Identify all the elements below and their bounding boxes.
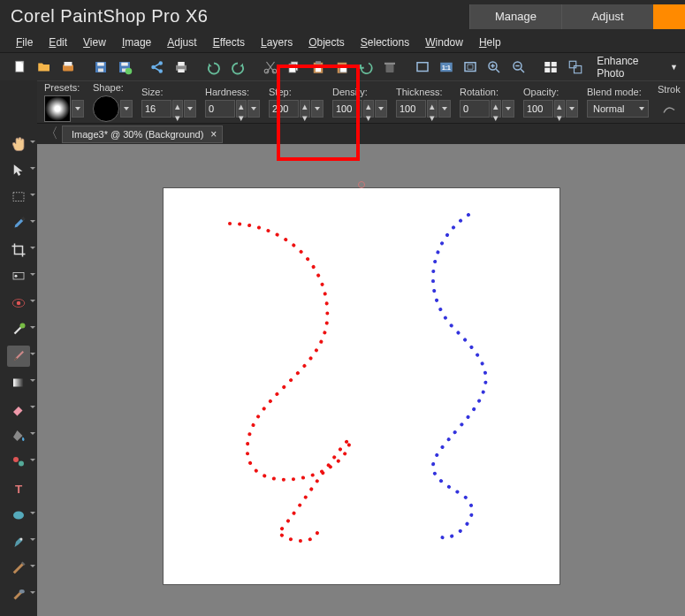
warp-tool[interactable] xyxy=(7,558,30,579)
svg-text:T: T xyxy=(15,483,23,496)
open-icon[interactable] xyxy=(33,56,55,79)
paintbrush-tool[interactable] xyxy=(7,346,30,367)
fullscreen-icon[interactable] xyxy=(412,56,434,79)
thickness-spinner[interactable]: ▴▾ xyxy=(427,100,438,118)
canvas[interactable] xyxy=(164,188,559,584)
undo-history-icon[interactable] xyxy=(355,56,377,79)
copy-icon[interactable] xyxy=(283,56,305,79)
svg-rect-30 xyxy=(465,62,476,71)
workspace-tab-manage[interactable]: Manage xyxy=(469,4,561,29)
straighten-tool[interactable] xyxy=(7,266,30,287)
red-eye-tool[interactable] xyxy=(7,293,30,314)
size-input[interactable] xyxy=(141,100,171,118)
selection-tool[interactable] xyxy=(7,186,30,208)
text-tool[interactable]: T xyxy=(7,478,30,499)
menu-file[interactable]: File xyxy=(9,34,40,50)
zoom-out-icon[interactable] xyxy=(507,56,529,79)
picture-tube-tool[interactable] xyxy=(7,452,30,473)
save-icon[interactable] xyxy=(89,56,111,79)
menu-view[interactable]: View xyxy=(76,34,113,50)
shape-dropdown-icon[interactable] xyxy=(120,100,133,118)
fill-tool[interactable] xyxy=(7,425,30,446)
svg-point-42 xyxy=(15,275,18,278)
oil-brush-tool[interactable] xyxy=(7,584,30,605)
step-dropdown-icon[interactable] xyxy=(311,100,323,118)
menu-layers[interactable]: Layers xyxy=(254,34,300,50)
menu-effects[interactable]: Effects xyxy=(206,34,252,50)
paste-icon[interactable] xyxy=(307,56,329,79)
canvas-artwork xyxy=(164,188,559,584)
undo-icon[interactable] xyxy=(202,56,225,79)
stroke-button[interactable] xyxy=(658,97,681,120)
menu-image[interactable]: Image xyxy=(115,34,158,50)
hardness-spinner[interactable]: ▴▾ xyxy=(236,100,247,118)
scanner-icon[interactable] xyxy=(57,56,79,79)
thickness-dropdown-icon[interactable] xyxy=(438,100,451,118)
opacity-spinner[interactable]: ▴▾ xyxy=(554,100,565,118)
eyedropper-tool[interactable] xyxy=(7,213,30,234)
menu-help[interactable]: Help xyxy=(472,34,508,50)
share-icon[interactable] xyxy=(146,56,168,79)
rotation-dropdown-icon[interactable] xyxy=(502,100,514,118)
rotation-spinner[interactable]: ▴▾ xyxy=(491,100,501,118)
density-input[interactable] xyxy=(332,100,362,118)
thickness-input[interactable] xyxy=(396,100,426,118)
step-spinner[interactable]: ▴▾ xyxy=(300,100,310,118)
enhance-photo-menu[interactable]: Enhance Photo▼ xyxy=(590,55,685,80)
menu-selections[interactable]: Selections xyxy=(354,34,416,50)
crop-tool[interactable] xyxy=(7,240,30,261)
canvas-viewport[interactable] xyxy=(37,144,685,616)
makeover-tool[interactable] xyxy=(7,319,30,340)
size-spinner[interactable]: ▴▾ xyxy=(172,100,183,118)
redo-icon[interactable] xyxy=(226,56,248,79)
zoom-in-icon[interactable] xyxy=(483,56,506,79)
fit-window-icon[interactable] xyxy=(460,56,482,79)
resize-icon[interactable] xyxy=(564,56,586,79)
menu-objects[interactable]: Objects xyxy=(301,34,352,50)
blend-mode-select[interactable]: Normal xyxy=(587,100,649,118)
density-spinner[interactable]: ▴▾ xyxy=(363,100,374,118)
workspace-tab-edit[interactable] xyxy=(653,4,685,29)
close-tab-icon[interactable]: × xyxy=(210,128,217,141)
pick-tool[interactable] xyxy=(7,160,30,181)
menu-edit[interactable]: Edit xyxy=(42,34,74,50)
save-as-icon[interactable] xyxy=(113,56,135,79)
blend-mode-value: Normal xyxy=(593,103,637,114)
size-dropdown-icon[interactable] xyxy=(184,100,196,118)
opacity-input[interactable] xyxy=(523,100,553,118)
svg-point-47 xyxy=(13,457,19,462)
hardness-label: Hardness: xyxy=(205,87,260,97)
delete-icon[interactable] xyxy=(379,56,401,79)
shape-tool[interactable] xyxy=(7,505,30,526)
new-icon[interactable] xyxy=(9,56,31,79)
actual-size-icon[interactable]: 1:1 xyxy=(436,56,458,79)
eraser-tool[interactable] xyxy=(7,399,30,420)
standard-toolbar: 1:1 Enhance Photo▼ xyxy=(0,52,685,80)
pen-tool[interactable] xyxy=(7,531,30,552)
paste-new-icon[interactable] xyxy=(331,56,353,79)
hardness-input[interactable] xyxy=(205,100,235,118)
rotation-input[interactable] xyxy=(460,100,490,118)
svg-point-45 xyxy=(20,323,26,329)
svg-rect-19 xyxy=(289,64,296,72)
opacity-dropdown-icon[interactable] xyxy=(566,100,578,118)
cut-icon[interactable] xyxy=(259,56,281,79)
menu-adjust[interactable]: Adjust xyxy=(160,34,203,50)
shape-swatch[interactable] xyxy=(93,95,119,122)
pan-tool[interactable] xyxy=(7,133,30,155)
density-dropdown-icon[interactable] xyxy=(375,100,387,118)
step-input[interactable] xyxy=(269,100,299,118)
svg-rect-5 xyxy=(98,68,103,72)
tab-scroll-left-icon[interactable]: 〈 xyxy=(44,127,58,141)
hardness-dropdown-icon[interactable] xyxy=(247,100,260,118)
menu-window[interactable]: Window xyxy=(418,34,470,50)
gradient-tool[interactable] xyxy=(7,372,30,393)
organizer-icon[interactable] xyxy=(540,56,562,79)
document-tab[interactable]: Image3* @ 30% (Background) × xyxy=(62,125,223,143)
print-icon[interactable] xyxy=(170,56,192,79)
preset-swatch[interactable] xyxy=(44,95,71,122)
preset-dropdown-icon[interactable] xyxy=(72,100,84,118)
workspace-tab-adjust[interactable]: Adjust xyxy=(561,4,653,29)
rotation-handle-icon[interactable] xyxy=(358,181,365,188)
svg-rect-22 xyxy=(316,65,321,72)
